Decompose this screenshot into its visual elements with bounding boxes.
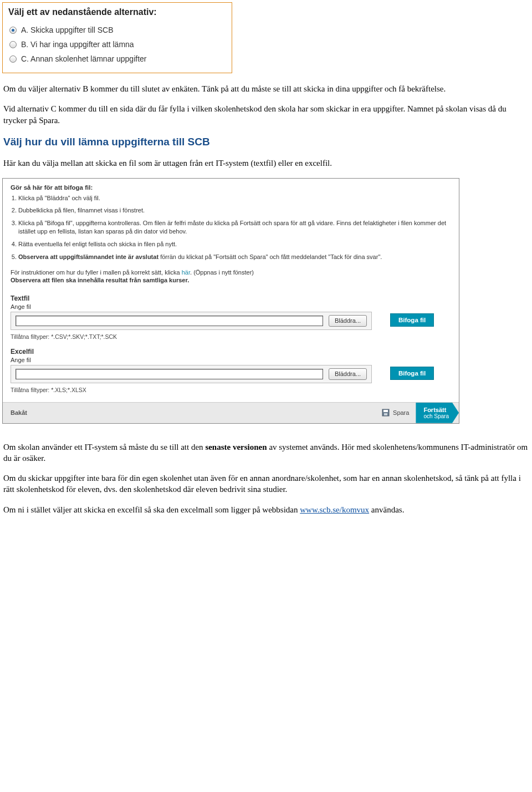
textfile-allowed-types: Tillåtna filtyper: *.CSV;*.SKV;*.TXT;*.S… (11, 333, 451, 340)
instructions-title: Gör så här för att bifoga fil: (11, 184, 451, 191)
excelfile-row: Bläddra... (11, 365, 372, 383)
textfile-row: Bläddra... (11, 312, 372, 330)
panel-footer: Bakåt Spara Fortsätt och Spara (3, 402, 459, 423)
textfile-input[interactable] (16, 316, 323, 326)
option-a[interactable]: A. Skicka uppgifter till SCB (8, 23, 226, 37)
excelfile-browse-button[interactable]: Bläddra... (329, 368, 367, 380)
instruction-step: Klicka på "Bifoga fil", uppgifterna kont… (18, 219, 451, 236)
excelfile-header: Excelfil (11, 348, 451, 356)
instruction-step: Dubbelklicka på filen, filnamnet visas i… (18, 206, 451, 215)
excelfile-label: Ange fil (11, 357, 451, 363)
paragraph: Om du skickar uppgifter inte bara för di… (3, 473, 529, 495)
alternatives-title: Välj ett av nedanstående alternativ: (8, 7, 226, 17)
excelfile-input[interactable] (16, 369, 323, 379)
excelfile-allowed-types: Tillåtna filtyper: *.XLS;*.XLSX (11, 387, 451, 393)
paragraph: Om ni i stället väljer att skicka en exc… (3, 504, 529, 515)
radio-icon (9, 41, 17, 48)
save-label: Spara (393, 409, 409, 416)
save-icon (382, 409, 390, 417)
continue-button[interactable]: Fortsätt och Spara (416, 403, 459, 423)
alternatives-box: Välj ett av nedanstående alternativ: A. … (2, 2, 232, 73)
continue-label-2: och Spara (423, 413, 449, 419)
option-label: B. Vi har inga uppgifter att lämna (21, 40, 134, 49)
section-heading: Välj hur du vill lämna uppgifterna till … (3, 135, 529, 149)
paragraph: Vid alternativ C kommer du till en sida … (3, 103, 529, 126)
option-b[interactable]: B. Vi har inga uppgifter att lämna (8, 37, 226, 52)
svg-rect-2 (384, 413, 387, 415)
option-label: C. Annan skolenhet lämnar uppgifter (21, 54, 146, 63)
paragraph: Här kan du välja mellan att skicka en fi… (3, 158, 529, 169)
textfile-attach-button[interactable]: Bifoga fil (390, 313, 434, 327)
textfile-browse-button[interactable]: Bläddra... (329, 315, 367, 327)
svg-rect-1 (383, 410, 388, 412)
instruction-step: Klicka på "Bläddra" och välj fil. (18, 194, 451, 202)
step5-bold: Observera att uppgiftslämnandet inte är … (18, 253, 158, 260)
instructions-note-bold: Observera att filen ska innehålla result… (11, 277, 451, 283)
radio-icon (9, 27, 17, 34)
scb-link[interactable]: www.scb.se/komvux (300, 505, 369, 514)
attach-file-panel: Gör så här för att bifoga fil: Klicka på… (2, 178, 459, 424)
excelfile-attach-button[interactable]: Bifoga fil (390, 367, 434, 380)
instructions-hint-line: För instruktioner om hur du fyller i mal… (11, 269, 451, 276)
textfile-label: Ange fil (11, 303, 451, 310)
option-label: A. Skicka uppgifter till SCB (21, 26, 114, 34)
step5-rest: förrän du klickat på "Fortsätt och Spara… (158, 253, 382, 260)
textfile-header: Textfil (11, 295, 451, 302)
back-button[interactable]: Bakåt (3, 403, 35, 423)
radio-icon (9, 55, 17, 63)
instruction-step: Observera att uppgiftslämnandet inte är … (18, 253, 451, 261)
paragraph: Om skolan använder ett IT-system så måst… (3, 441, 529, 464)
instructions-link[interactable]: här (182, 269, 190, 276)
save-button[interactable]: Spara (382, 403, 416, 423)
instruction-step: Rätta eventuella fel enligt fellista och… (18, 240, 451, 248)
option-c[interactable]: C. Annan skolenhet lämnar uppgifter (8, 52, 226, 66)
instructions-list: Klicka på "Bläddra" och välj fil. Dubbel… (11, 194, 451, 261)
continue-label-1: Fortsätt (423, 407, 449, 413)
paragraph: Om du väljer alternativ B kommer du till… (3, 83, 529, 94)
